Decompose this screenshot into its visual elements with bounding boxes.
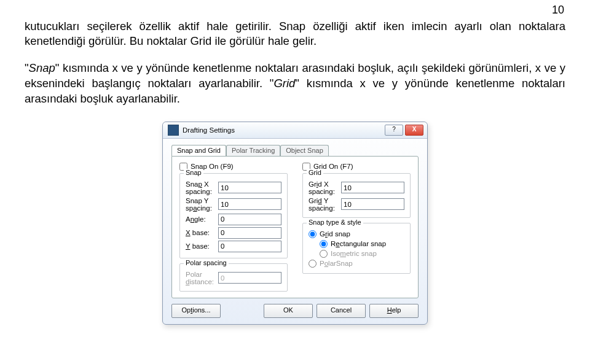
paragraph-2: "Snap" kısmında x ve y yönünde kenetlenm… [25,61,565,107]
drafting-settings-dialog: Drafting Settings ? X Snap and Grid Pola… [162,122,428,325]
ybase-label: Y base: [186,242,218,250]
snapx-input[interactable] [218,182,281,193]
snapx-label: Snap X spacing: [186,180,218,195]
xbase-input[interactable] [218,227,281,239]
snap-style-group-label: Snap type & style [307,219,363,226]
grid-group-label: Grid [307,169,323,176]
gridx-input[interactable] [341,182,404,193]
rectangular-label: Rectangular snap [331,240,386,247]
isometric-radio[interactable] [320,250,328,258]
app-icon [168,125,179,136]
gridy-input[interactable] [341,198,404,210]
xbase-label: X base: [186,229,218,236]
tab-polar-tracking[interactable]: Polar Tracking [226,145,280,156]
options-button[interactable]: Options... [171,304,221,318]
polarsnap-radio[interactable] [309,260,317,268]
pdist-input [218,272,281,284]
help-button[interactable]: ? [385,125,403,136]
page-number: 10 [552,4,564,17]
angle-label: Angle: [186,215,218,223]
polarsnap-label: PolarSnap [320,260,353,267]
snap-group-label: Snap [184,169,203,176]
gridsnap-radio[interactable] [309,230,317,238]
gridy-label: Grid Y spacing: [309,197,341,212]
gridsnap-label: Grid snap [320,230,350,238]
close-button[interactable]: X [405,125,423,136]
isometric-label: Isometric snap [331,250,377,257]
cancel-button[interactable]: Cancel [317,304,366,318]
pdist-label: Polar distance: [186,271,218,285]
help-button-bottom[interactable]: Help [369,304,419,318]
gridx-label: Grid X spacing: [309,180,341,195]
dialog-title: Drafting Settings [183,126,383,134]
rectangular-radio[interactable] [320,240,328,248]
tab-snap-and-grid[interactable]: Snap and Grid [171,145,226,156]
snapy-input[interactable] [218,198,281,210]
polar-spacing-group-label: Polar spacing [184,259,229,266]
ok-button[interactable]: OK [264,304,313,318]
paragraph-1: kutucukları seçilerek özellik aktif hale… [25,19,565,50]
ybase-input[interactable] [218,241,281,252]
snapy-label: Snap Y spacing: [186,197,218,212]
angle-input[interactable] [218,214,281,225]
tab-object-snap[interactable]: Object Snap [280,145,329,156]
titlebar[interactable]: Drafting Settings ? X [163,122,427,139]
